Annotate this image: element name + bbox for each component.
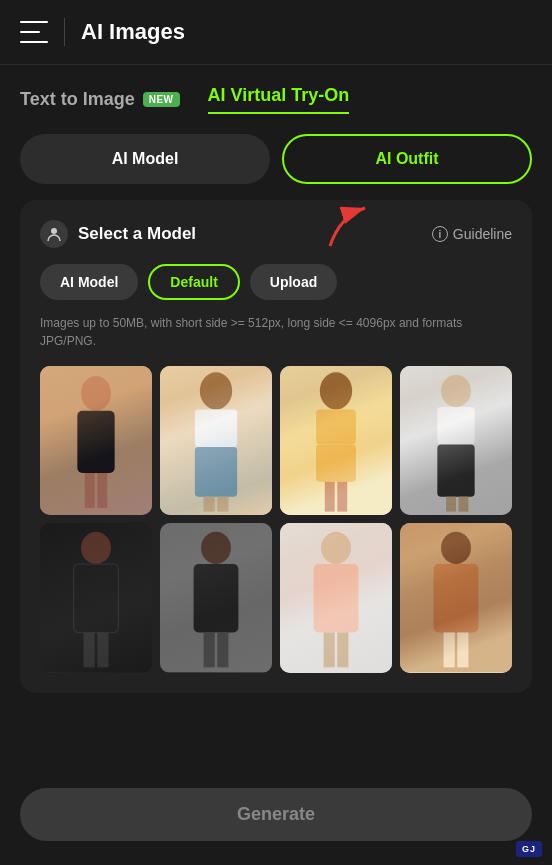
svg-rect-33 — [204, 633, 215, 668]
guideline-label: Guideline — [453, 226, 512, 242]
svg-rect-40 — [400, 523, 512, 672]
svg-point-41 — [441, 532, 471, 564]
svg-rect-17 — [325, 482, 335, 512]
svg-rect-21 — [437, 407, 474, 444]
svg-rect-28 — [84, 633, 95, 668]
model-image-5[interactable] — [40, 523, 152, 672]
tab-text-to-image[interactable]: Text to Image NEW — [20, 89, 180, 110]
model-type-default-btn[interactable]: Default — [148, 264, 239, 300]
menu-icon[interactable] — [20, 21, 48, 43]
svg-rect-9 — [195, 410, 237, 447]
svg-rect-11 — [204, 497, 215, 512]
svg-point-1 — [51, 228, 57, 234]
info-icon: i — [432, 226, 448, 242]
guideline-button[interactable]: i Guideline — [432, 226, 512, 242]
svg-rect-10 — [195, 447, 237, 497]
model-image-2[interactable] — [160, 366, 272, 515]
select-model-header: Select a Model i Guideline — [40, 220, 512, 248]
sub-tab-ai-outfit[interactable]: AI Outfit — [282, 134, 532, 184]
svg-rect-43 — [444, 633, 455, 668]
select-model-left: Select a Model — [40, 220, 196, 248]
svg-rect-37 — [314, 564, 359, 632]
svg-point-3 — [81, 376, 111, 411]
header: AI Images — [0, 0, 552, 65]
tabs-row: Text to Image NEW AI Virtual Try-On — [0, 65, 552, 114]
svg-point-8 — [200, 372, 232, 409]
svg-point-14 — [320, 372, 352, 409]
watermark: GJ — [516, 841, 542, 857]
svg-rect-4 — [77, 411, 114, 473]
model-image-1[interactable] — [40, 366, 152, 515]
tab-ai-virtual-try-on[interactable]: AI Virtual Try-On — [208, 85, 350, 114]
svg-rect-25 — [40, 523, 152, 672]
svg-rect-2 — [40, 366, 152, 515]
sub-tab-ai-model[interactable]: AI Model — [20, 134, 270, 184]
header-title: AI Images — [81, 19, 185, 45]
image-grid — [40, 366, 512, 673]
model-image-8[interactable] — [400, 523, 512, 672]
svg-rect-23 — [446, 497, 456, 512]
svg-rect-16 — [316, 444, 356, 481]
image-constraints-text: Images up to 50MB, with short side >= 51… — [40, 314, 512, 350]
svg-point-20 — [441, 375, 471, 407]
svg-rect-35 — [280, 523, 392, 672]
svg-rect-44 — [457, 633, 468, 668]
svg-rect-42 — [434, 564, 479, 632]
model-image-3[interactable] — [280, 366, 392, 515]
model-type-upload-btn[interactable]: Upload — [250, 264, 337, 300]
svg-point-26 — [81, 532, 111, 564]
model-image-4[interactable] — [400, 366, 512, 515]
header-divider — [64, 18, 65, 46]
generate-button[interactable]: Generate — [20, 788, 532, 841]
generate-bar: Generate — [0, 772, 552, 865]
svg-rect-27 — [74, 564, 119, 632]
model-type-ai-model-btn[interactable]: AI Model — [40, 264, 138, 300]
svg-rect-15 — [316, 410, 356, 445]
new-badge: NEW — [143, 92, 180, 107]
svg-rect-39 — [337, 633, 348, 668]
svg-rect-7 — [160, 366, 272, 515]
text-to-image-label: Text to Image — [20, 89, 135, 110]
svg-rect-19 — [400, 366, 512, 515]
svg-rect-30 — [160, 523, 272, 672]
svg-rect-24 — [458, 497, 468, 512]
svg-rect-6 — [97, 473, 107, 508]
select-model-label: Select a Model — [78, 224, 196, 244]
content-card: Select a Model i Guideline AI Model Defa… — [20, 200, 532, 693]
svg-rect-13 — [280, 366, 392, 515]
svg-rect-29 — [97, 633, 108, 668]
person-icon — [40, 220, 68, 248]
svg-rect-34 — [217, 633, 228, 668]
model-type-buttons: AI Model Default Upload — [40, 264, 512, 300]
svg-rect-5 — [85, 473, 95, 508]
model-image-7[interactable] — [280, 523, 392, 672]
svg-rect-12 — [217, 497, 228, 512]
svg-rect-22 — [437, 444, 474, 496]
svg-rect-32 — [194, 564, 239, 632]
svg-rect-38 — [324, 633, 335, 668]
model-image-6[interactable] — [160, 523, 272, 672]
sub-tabs: AI Model AI Outfit — [20, 134, 532, 184]
svg-point-36 — [321, 532, 351, 564]
svg-point-31 — [201, 532, 231, 564]
svg-rect-18 — [337, 482, 347, 512]
